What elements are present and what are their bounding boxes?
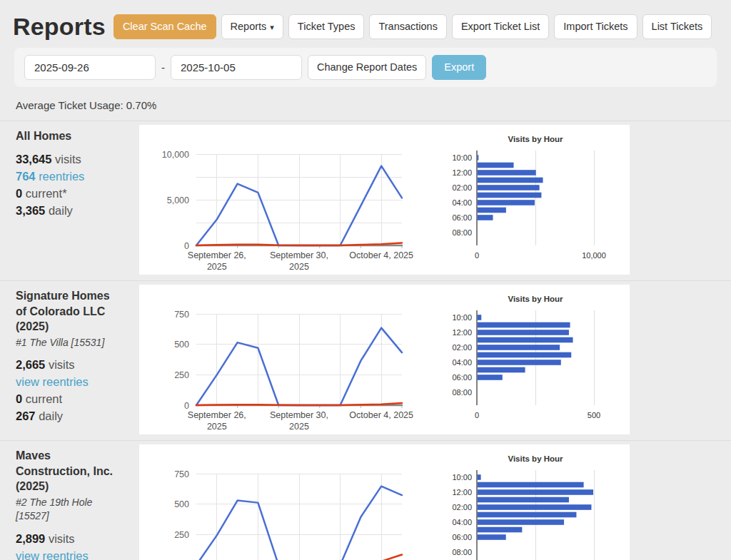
stats-group: 2,665 visits view reentries 0 current 26… — [16, 356, 123, 424]
reentries-stat: 764 reentries — [16, 168, 123, 185]
stats-group: 2,899 visits view reentries — [16, 530, 123, 560]
reentries-link[interactable]: 764 reentries — [16, 170, 84, 183]
svg-text:0: 0 — [184, 401, 189, 411]
bar-chart-svg: Visits by Hour10:0012:0002:0004:0006:000… — [443, 125, 630, 272]
change-report-dates-button[interactable]: Change Report Dates — [308, 55, 426, 80]
svg-text:2025: 2025 — [207, 422, 227, 432]
charts-panel: 05,00010,000September 26,2025September 3… — [139, 125, 630, 275]
svg-text:2025: 2025 — [289, 422, 309, 432]
svg-text:Visits by Hour: Visits by Hour — [508, 295, 563, 303]
reports-page: Reports Clear Scan Cache Reports▾ Ticket… — [0, 0, 731, 560]
reentries-stat: view reentries — [16, 547, 123, 560]
svg-text:September 26,: September 26, — [188, 250, 246, 260]
section-subtitle: #1 The Villa [15531] — [16, 336, 123, 350]
transactions-button[interactable]: Transactions — [369, 14, 446, 39]
svg-text:0: 0 — [184, 241, 189, 251]
chevron-down-icon: ▾ — [270, 23, 274, 31]
svg-text:10,000: 10,000 — [582, 251, 606, 260]
svg-text:2025: 2025 — [207, 262, 227, 272]
svg-text:12:00: 12:00 — [452, 168, 472, 177]
line-chart-svg: 0250500750September 26,2025September 30,… — [146, 285, 443, 432]
svg-text:September 30,: September 30, — [270, 250, 328, 260]
svg-text:5,000: 5,000 — [167, 195, 189, 205]
ticket-types-button[interactable]: Ticket Types — [288, 14, 365, 39]
svg-text:06:00: 06:00 — [452, 533, 472, 541]
visits-stat: 2,665 visits — [16, 356, 123, 373]
stats-group: 33,645 visits 764 reentries 0 current* 3… — [16, 151, 123, 219]
average-ticket-usage: Average Ticket Usage: 0.70% — [16, 99, 731, 111]
svg-text:Visits by Hour: Visits by Hour — [508, 454, 563, 463]
svg-text:750: 750 — [174, 469, 189, 479]
stats-column: Signature Homes of Colorado LLC (2025) #… — [0, 285, 139, 424]
svg-text:September 26,: September 26, — [188, 410, 246, 420]
svg-text:10,000: 10,000 — [162, 150, 189, 160]
visits-by-hour-chart: Visits by Hour10:0012:0002:0004:0006:000… — [443, 285, 630, 432]
svg-text:08:00: 08:00 — [452, 548, 472, 556]
visits-line-chart: 05,00010,000September 26,2025September 3… — [146, 125, 443, 272]
svg-text:04:00: 04:00 — [452, 358, 472, 367]
line-chart-svg: 05,00010,000September 26,2025September 3… — [146, 125, 443, 272]
current-stat: 0 current — [16, 390, 123, 407]
svg-text:0: 0 — [475, 251, 479, 260]
report-row-maves-construction: Maves Construction, Inc. (2025) #2 The 1… — [0, 440, 731, 560]
visits-line-chart: 0250500750September 26,2025September 30,… — [146, 444, 443, 560]
import-tickets-button[interactable]: Import Tickets — [554, 14, 637, 39]
svg-text:12:00: 12:00 — [452, 328, 472, 337]
topbar: Reports Clear Scan Cache Reports▾ Ticket… — [0, 0, 731, 48]
end-date-input[interactable] — [171, 55, 302, 80]
line-chart-svg: 0250500750September 26,2025September 30,… — [146, 444, 443, 560]
export-button[interactable]: Export — [432, 55, 486, 80]
svg-text:10:00: 10:00 — [452, 473, 472, 482]
reports-dropdown-label: Reports — [231, 21, 267, 32]
stats-column: Maves Construction, Inc. (2025) #2 The 1… — [0, 444, 139, 560]
svg-text:250: 250 — [174, 530, 189, 540]
reports-dropdown-button[interactable]: Reports▾ — [221, 14, 283, 39]
view-reentries-link[interactable]: view reentries — [16, 549, 89, 560]
list-tickets-button[interactable]: List Tickets — [642, 14, 712, 39]
page-title: Reports — [13, 13, 106, 41]
svg-text:500: 500 — [588, 411, 600, 419]
svg-text:10:00: 10:00 — [452, 313, 472, 322]
svg-text:2025: 2025 — [289, 262, 309, 272]
svg-text:04:00: 04:00 — [452, 198, 472, 207]
visits-line-chart: 0250500750September 26,2025September 30,… — [146, 285, 443, 432]
visits-by-hour-chart: Visits by Hour10:0012:0002:0004:0006:000… — [443, 444, 630, 560]
svg-text:750: 750 — [174, 310, 189, 320]
svg-text:06:00: 06:00 — [452, 213, 472, 222]
svg-text:02:00: 02:00 — [452, 503, 472, 511]
svg-text:Visits by Hour: Visits by Hour — [508, 135, 563, 143]
svg-text:02:00: 02:00 — [452, 183, 472, 192]
svg-text:0: 0 — [475, 411, 479, 419]
svg-text:500: 500 — [174, 500, 189, 510]
svg-text:04:00: 04:00 — [452, 518, 472, 526]
view-reentries-link[interactable]: view reentries — [16, 375, 89, 388]
section-title: Maves Construction, Inc. (2025) — [16, 448, 123, 493]
section-title: All Homes — [16, 128, 123, 143]
svg-text:10:00: 10:00 — [452, 153, 472, 162]
svg-text:02:00: 02:00 — [452, 343, 472, 352]
visits-stat: 2,899 visits — [16, 530, 123, 547]
report-row-all-homes: All Homes 33,645 visits 764 reentries 0 … — [0, 121, 731, 280]
charts-panel: 0250500750September 26,2025September 30,… — [139, 444, 630, 560]
visits-stat: 33,645 visits — [16, 151, 123, 168]
bar-chart-svg: Visits by Hour10:0012:0002:0004:0006:000… — [443, 285, 630, 432]
section-subtitle: #2 The 19th Hole [15527] — [16, 496, 123, 524]
clear-scan-cache-button[interactable]: Clear Scan Cache — [114, 14, 216, 39]
date-filter-bar: - Change Report Dates Export — [14, 48, 717, 87]
svg-text:06:00: 06:00 — [452, 373, 472, 382]
current-stat: 0 current* — [16, 185, 123, 202]
date-range-separator: - — [161, 61, 165, 73]
svg-text:October 4, 2025: October 4, 2025 — [349, 410, 413, 420]
start-date-input[interactable] — [24, 55, 156, 80]
stats-column: All Homes 33,645 visits 764 reentries 0 … — [0, 125, 139, 218]
export-ticket-list-button[interactable]: Export Ticket List — [452, 14, 549, 39]
svg-text:October 4, 2025: October 4, 2025 — [349, 250, 413, 260]
svg-text:500: 500 — [174, 340, 189, 350]
daily-stat: 3,365 daily — [16, 202, 123, 219]
svg-text:September 30,: September 30, — [270, 410, 328, 420]
bar-chart-svg: Visits by Hour10:0012:0002:0004:0006:000… — [443, 444, 630, 560]
report-row-signature-homes: Signature Homes of Colorado LLC (2025) #… — [0, 280, 731, 440]
svg-text:250: 250 — [174, 370, 189, 380]
visits-by-hour-chart: Visits by Hour10:0012:0002:0004:0006:000… — [443, 125, 630, 272]
charts-panel: 0250500750September 26,2025September 30,… — [139, 285, 630, 434]
